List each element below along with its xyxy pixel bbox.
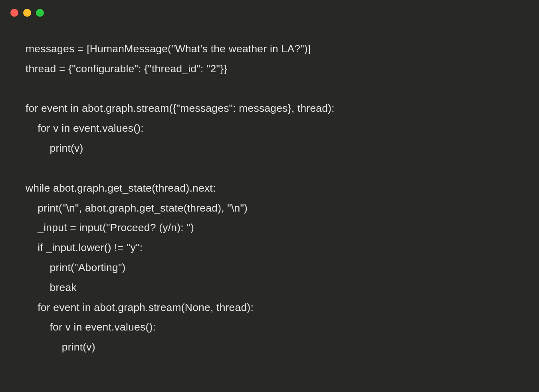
close-icon[interactable]: [10, 9, 18, 17]
code-line: print(v): [26, 142, 83, 154]
code-line: messages = [HumanMessage("What's the wea…: [26, 43, 311, 55]
code-line: _input = input("Proceed? (y/n): "): [26, 222, 194, 234]
titlebar: [0, 0, 539, 17]
minimize-icon[interactable]: [23, 9, 31, 17]
code-line: print("Aborting"): [26, 261, 126, 273]
code-line: for event in abot.graph.stream(None, thr…: [26, 301, 254, 313]
code-line: if _input.lower() != "y":: [26, 242, 143, 253]
maximize-icon[interactable]: [36, 9, 44, 17]
code-block: messages = [HumanMessage("What's the wea…: [0, 17, 539, 357]
code-window: messages = [HumanMessage("What's the wea…: [0, 0, 539, 392]
code-line: for event in abot.graph.stream({"message…: [26, 102, 335, 114]
code-line: break: [26, 281, 77, 293]
code-line: print(v): [26, 341, 95, 353]
code-line: for v in event.values():: [26, 122, 144, 134]
code-line: print("\n", abot.graph.get_state(thread)…: [26, 202, 248, 214]
code-line: while abot.graph.get_state(thread).next:: [26, 182, 216, 194]
code-line: for v in event.values():: [26, 321, 156, 333]
code-line: thread = {"configurable": {"thread_id": …: [26, 63, 227, 75]
